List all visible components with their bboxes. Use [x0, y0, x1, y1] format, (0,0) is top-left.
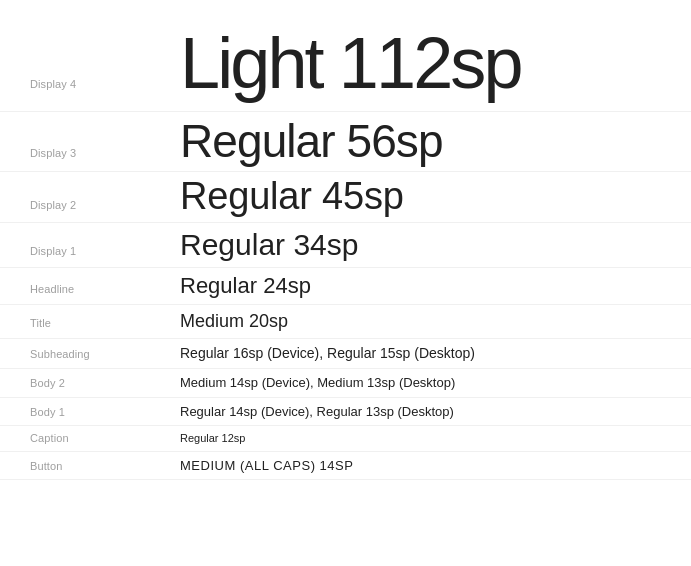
type-scale-container: Display 4Light 112spDisplay 3Regular 56s… — [0, 0, 691, 566]
type-row-body2: Body 2Medium 14sp (Device), Medium 13sp … — [0, 369, 691, 398]
specimen-body1: Regular 14sp (Device), Regular 13sp (Des… — [180, 402, 691, 422]
specimen-body2: Medium 14sp (Device), Medium 13sp (Deskt… — [180, 373, 691, 393]
type-row-headline: HeadlineRegular 24sp — [0, 268, 691, 306]
type-row-subheading: SubheadingRegular 16sp (Device), Regular… — [0, 339, 691, 369]
specimen-subheading: Regular 16sp (Device), Regular 15sp (Des… — [180, 343, 691, 364]
type-row-display1: Display 1Regular 34sp — [0, 223, 691, 268]
type-row-caption: CaptionRegular 12sp — [0, 426, 691, 452]
label-body2: Body 2 — [0, 377, 180, 389]
type-row-body1: Body 1Regular 14sp (Device), Regular 13s… — [0, 398, 691, 427]
specimen-display1: Regular 34sp — [180, 227, 691, 263]
label-title: Title — [0, 317, 180, 329]
label-button: Button — [0, 460, 180, 472]
label-caption: Caption — [0, 432, 180, 444]
type-row-display2: Display 2Regular 45sp — [0, 172, 691, 223]
specimen-caption: Regular 12sp — [180, 430, 691, 447]
type-row-button: ButtonMEDIUM (ALL CAPS) 14sp — [0, 452, 691, 481]
type-row-display3: Display 3Regular 56sp — [0, 112, 691, 172]
label-subheading: Subheading — [0, 348, 180, 360]
specimen-title: Medium 20sp — [180, 309, 691, 334]
specimen-button: MEDIUM (ALL CAPS) 14sp — [180, 456, 691, 476]
type-row-display4: Display 4Light 112sp — [0, 16, 691, 112]
type-row-title: TitleMedium 20sp — [0, 305, 691, 339]
label-display4: Display 4 — [0, 78, 180, 90]
specimen-display4: Light 112sp — [180, 24, 691, 103]
label-body1: Body 1 — [0, 406, 180, 418]
label-headline: Headline — [0, 283, 180, 295]
label-display1: Display 1 — [0, 245, 180, 257]
label-display2: Display 2 — [0, 199, 180, 211]
specimen-display3: Regular 56sp — [180, 116, 691, 167]
specimen-display2: Regular 45sp — [180, 176, 691, 218]
label-display3: Display 3 — [0, 147, 180, 159]
specimen-headline: Regular 24sp — [180, 272, 691, 301]
